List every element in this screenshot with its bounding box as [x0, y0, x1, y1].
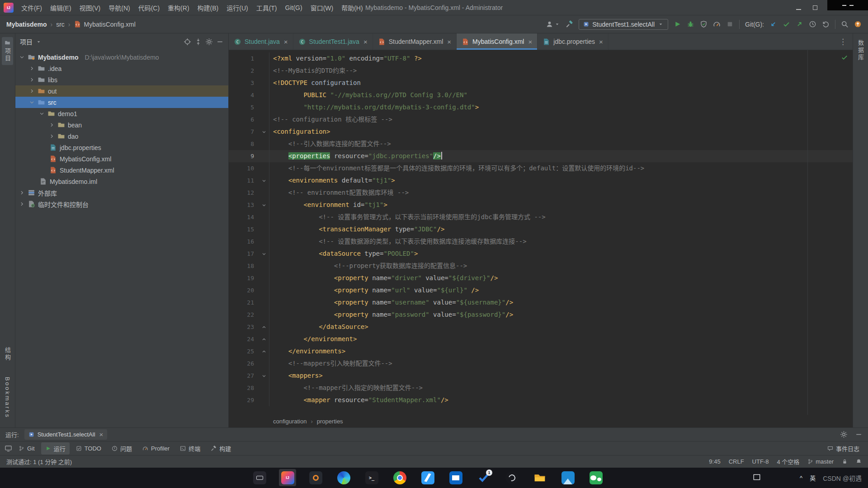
code-line[interactable]: 6<!-- configuration 核心根标签 --> — [229, 113, 853, 126]
event-log-button[interactable]: 事件日志 — [823, 442, 863, 455]
tree-item[interactable]: demo1 — [15, 108, 228, 119]
code-line[interactable]: 1<?xml version="1.0" encoding="UTF-8" ?> — [229, 52, 853, 65]
bottom-tab-运行[interactable]: 运行 — [41, 442, 70, 455]
bottom-tab-构建[interactable]: 构建 — [207, 442, 235, 455]
update-project-button[interactable] — [769, 20, 777, 28]
build-project-button[interactable] — [566, 20, 573, 28]
debug-button[interactable] — [687, 20, 694, 28]
code-line[interactable]: 4 PUBLIC "-//mybatis.org//DTD Config 3.0… — [229, 89, 853, 101]
code-line[interactable]: 23 </dataSource> — [229, 321, 853, 333]
close-icon[interactable]: × — [99, 431, 104, 438]
code-line[interactable]: 2<!--MyBatis的DTD约束--> — [229, 65, 853, 77]
editor[interactable]: 1<?xml version="1.0" encoding="UTF-8" ?>… — [229, 50, 853, 415]
menu-item[interactable]: 工具(T) — [252, 3, 281, 12]
taskbar-input-method-icon[interactable] — [251, 469, 268, 486]
taskbar-chrome-browser-icon[interactable] — [391, 469, 408, 486]
run-button[interactable] — [674, 20, 681, 28]
search-everywhere-button[interactable] — [841, 20, 849, 28]
editor-breadcrumb-item[interactable]: properties — [317, 418, 343, 425]
code-line[interactable]: 21 <property name="username" value="${us… — [229, 296, 853, 309]
ime-indicator[interactable]: 英 — [810, 474, 816, 482]
taskbar-music-app-icon[interactable] — [503, 469, 520, 486]
menu-item[interactable]: 编辑(E) — [46, 3, 75, 12]
menu-item[interactable]: 帮助(H) — [337, 3, 367, 12]
code-line[interactable]: 16 <!-- 设置数据源的类型，以下表示使用数据库连接池缓存数据库连接--> — [229, 235, 853, 248]
taskbar-wechat-icon[interactable] — [587, 469, 604, 486]
close-icon[interactable]: × — [599, 38, 603, 46]
window-preview-icon[interactable] — [753, 473, 761, 483]
minimize-button[interactable] — [796, 4, 801, 11]
history-button[interactable] — [809, 20, 816, 28]
fold-marker[interactable] — [259, 345, 269, 357]
line-separator[interactable]: CRLF — [729, 458, 744, 465]
tab-mybatisconfig-xml[interactable]: MybatisConfig.xml× — [457, 33, 538, 50]
code-line[interactable]: 5 "http://mybatis.org/dtd/mybatis-3-conf… — [229, 101, 853, 113]
caret-position[interactable]: 9:45 — [709, 458, 720, 465]
menu-item[interactable]: 文件(F) — [17, 3, 46, 12]
bottom-tab-git[interactable]: Git — [14, 443, 39, 454]
code-line[interactable]: 29 <mapper resource="StudentMapper.xml"/… — [229, 394, 853, 406]
tree-item[interactable]: bean — [15, 119, 228, 131]
taskbar-vscode-icon[interactable] — [419, 469, 436, 486]
breadcrumb-item[interactable]: Mybatisdemo — [6, 21, 47, 28]
profile-menu-button[interactable] — [546, 20, 560, 28]
code-line[interactable]: 18 <!--property获取数据库连接的配置信息--> — [229, 260, 853, 272]
tab-studenttest1-java[interactable]: CStudentTest1.java× — [293, 33, 373, 50]
tab-studentmapper-xml[interactable]: StudentMapper.xml× — [373, 33, 457, 50]
code-line[interactable]: 15 <transactionManager type="JDBC"/> — [229, 223, 853, 235]
chevron-down-icon[interactable] — [36, 39, 42, 45]
menu-item[interactable]: 视图(V) — [75, 3, 105, 12]
tree-item[interactable]: StudentMapper.xml — [15, 164, 228, 176]
run-tab[interactable]: StudentTest1.selectAll × — [24, 429, 108, 440]
code-line[interactable]: 20 <property name="url" value="${url}" /… — [229, 284, 853, 296]
menu-item[interactable]: 构建(B) — [193, 3, 223, 12]
menu-item[interactable]: 导航(N) — [104, 3, 134, 12]
code-line[interactable]: 28 <!--mapper引入指定的映射配置文件--> — [229, 382, 853, 394]
bottom-tab-todo[interactable]: TODO — [72, 443, 105, 454]
code-line[interactable]: 13 <environment id="tj1"> — [229, 199, 853, 211]
rollback-button[interactable] — [822, 20, 830, 28]
fold-marker[interactable] — [259, 199, 269, 211]
tab-student-java[interactable]: CStudent.java× — [229, 33, 293, 50]
bottom-tab-问题[interactable]: 问题 — [108, 442, 136, 455]
code-line[interactable]: 12 <!-- environment配置数据库环境 --> — [229, 187, 853, 199]
code-line[interactable]: 25 </environments> — [229, 345, 853, 357]
code-line[interactable]: 9 <properties resource="jdbc.properties"… — [229, 150, 853, 162]
fold-marker[interactable] — [259, 174, 269, 187]
breadcrumb-item[interactable]: src — [56, 21, 65, 28]
tree-item[interactable]: MybatisConfig.xml — [15, 153, 228, 164]
tree-item[interactable]: 临时文件和控制台 — [15, 198, 228, 210]
inspections-ok-icon[interactable] — [841, 54, 848, 62]
code-line[interactable]: 19 <property name="driver" value="${driv… — [229, 272, 853, 284]
taskbar-photos-app-icon[interactable] — [559, 469, 576, 486]
breadcrumb-item[interactable]: MybatisConfig.xml — [74, 20, 135, 28]
taskbar-file-explorer-icon[interactable] — [531, 469, 548, 486]
push-button[interactable] — [796, 20, 803, 28]
editor-breadcrumb-item[interactable]: configuration — [273, 418, 307, 425]
menu-item[interactable]: 代码(C) — [134, 3, 164, 12]
stop-button[interactable] — [726, 20, 734, 28]
tab-jdbc-properties[interactable]: jdbc.properties× — [538, 33, 609, 50]
taskbar-everything-search-icon[interactable] — [307, 469, 324, 486]
tree-item[interactable]: .idea — [15, 63, 228, 74]
tool-button-project[interactable]: 项目 — [2, 37, 13, 65]
fold-marker[interactable] — [259, 333, 269, 345]
close-icon[interactable]: × — [284, 38, 288, 46]
tool-windows-toggle-icon[interactable] — [5, 445, 12, 452]
tree-item[interactable]: dao — [15, 131, 228, 142]
tree-item[interactable]: src — [15, 97, 228, 108]
code-line[interactable]: 26 <!--mappers引入映射配置文件--> — [229, 357, 853, 370]
bottom-tab-终端[interactable]: 终端 — [176, 442, 204, 455]
ide-update-button[interactable] — [854, 20, 862, 28]
taskbar-checkmark-app-icon[interactable]: 1 — [475, 469, 492, 486]
run-config-selector[interactable]: StudentTest1.selectAll — [579, 19, 668, 30]
menu-item[interactable]: Git(G) — [281, 4, 307, 11]
file-encoding[interactable]: UTF-8 — [752, 458, 769, 465]
more-tabs-icon[interactable]: ⋮ — [833, 37, 853, 47]
code-line[interactable]: 24 </environment> — [229, 333, 853, 345]
fold-marker[interactable] — [259, 248, 269, 260]
menu-item[interactable]: 运行(U) — [222, 3, 252, 12]
fold-marker[interactable] — [259, 321, 269, 333]
git-branch-widget[interactable]: master — [807, 458, 834, 465]
code-line[interactable]: 22 <property name="password" value="${pa… — [229, 309, 853, 321]
